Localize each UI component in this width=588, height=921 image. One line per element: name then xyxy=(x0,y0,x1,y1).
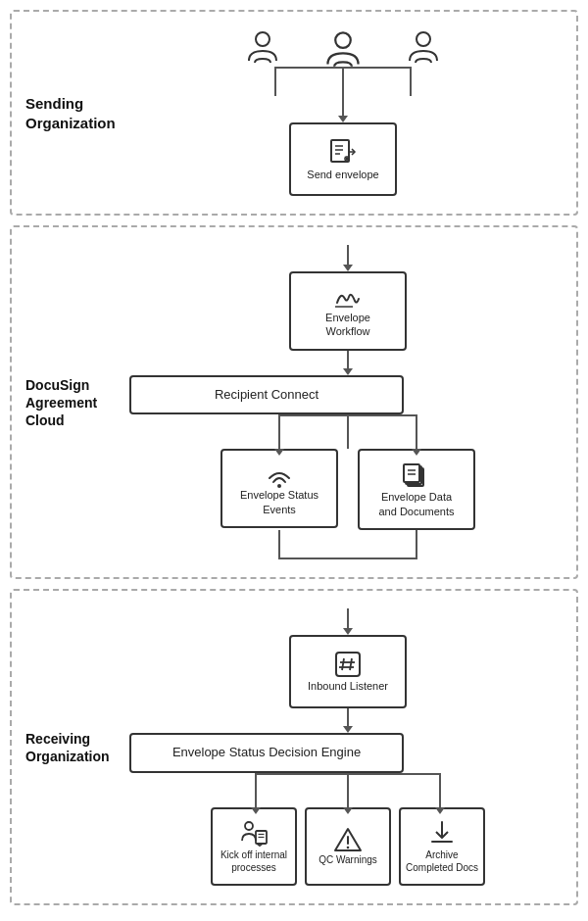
recipient-connect-wrapper: Recipient Connect xyxy=(129,375,566,415)
kick-off-label: Kick off internal processes xyxy=(220,848,287,874)
receiving-label: Receiving Organization xyxy=(25,729,110,764)
arrow-to-decision xyxy=(347,708,349,726)
docs-icon xyxy=(402,460,431,490)
svg-line-20 xyxy=(342,658,344,670)
decision-engine-wrapper: Envelope Status Decision Engine xyxy=(129,733,566,773)
kick-off-box: Kick off internal processes xyxy=(211,807,297,886)
send-envelope-label: Send envelope xyxy=(307,168,378,181)
workflow-box-wrapper: Envelope Workflow xyxy=(289,271,407,351)
archive-label: Archive Completed Docs xyxy=(406,848,478,874)
svg-point-2 xyxy=(416,32,430,46)
sending-section: Sending Organization xyxy=(10,10,578,216)
workflow-icon xyxy=(333,283,363,311)
user-right xyxy=(406,29,441,65)
decision-engine-label: Envelope Status Decision Engine xyxy=(172,745,361,761)
recipient-connect-box: Recipient Connect xyxy=(129,375,404,415)
receiving-content: Inbound Listener Envelope Status Decisio… xyxy=(129,608,566,886)
decision-engine-box: Envelope Status Decision Engine xyxy=(129,733,404,773)
user-icon-left xyxy=(245,29,280,65)
arrow-from-send xyxy=(347,245,349,265)
svg-point-31 xyxy=(347,847,350,849)
status-events-label: Envelope Status Events xyxy=(240,488,318,516)
archive-box: Archive Completed Docs xyxy=(399,807,485,886)
svg-rect-19 xyxy=(336,653,360,676)
workflow-label: Envelope Workflow xyxy=(325,311,370,339)
sending-label: Sending Organization xyxy=(25,94,114,132)
docusign-section: DocuSign Agreement Cloud Envelope Workfl… xyxy=(10,225,578,579)
svg-line-21 xyxy=(350,658,352,670)
sending-content: Send envelope xyxy=(120,29,566,196)
docusign-label: DocuSign Agreement Cloud xyxy=(25,375,97,429)
svg-point-1 xyxy=(335,32,351,48)
user-center xyxy=(323,29,363,69)
send-icon xyxy=(327,136,359,168)
inbound-listener-label: Inbound Listener xyxy=(308,679,388,693)
wifi-icon xyxy=(265,460,294,488)
svg-point-0 xyxy=(256,32,270,46)
arrow-to-send xyxy=(342,96,344,116)
arrow-to-inbound xyxy=(347,608,349,628)
merge-connector xyxy=(211,530,485,559)
qc-warnings-box: QC Warnings xyxy=(305,807,391,886)
triple-split-connector xyxy=(211,773,485,807)
inbound-listener-box: Inbound Listener xyxy=(289,635,407,708)
svg-point-24 xyxy=(245,822,253,830)
user-icon-right xyxy=(406,29,441,65)
data-docs-label: Envelope Data and Documents xyxy=(378,490,454,518)
diagram-container: Sending Organization xyxy=(10,10,578,915)
warning-icon xyxy=(333,826,363,853)
docusign-content: Envelope Workflow Recipient Connect xyxy=(129,245,566,559)
status-events-box: Envelope Status Events xyxy=(220,449,338,528)
split-connector xyxy=(211,414,485,449)
two-boxes-row: Envelope Status Events Envelope Data and… xyxy=(211,449,485,530)
inbound-listener-wrapper: Inbound Listener xyxy=(289,635,407,708)
download-icon xyxy=(428,819,456,847)
person-doc-icon xyxy=(240,819,268,847)
data-docs-box: Envelope Data and Documents xyxy=(358,449,475,530)
send-envelope: Send envelope xyxy=(289,122,397,196)
three-boxes-row: Kick off internal processes QC Warnings xyxy=(206,807,490,886)
qc-warnings-label: QC Warnings xyxy=(318,853,377,866)
svg-rect-16 xyxy=(404,464,419,482)
recipient-connect-label: Recipient Connect xyxy=(215,387,318,404)
users-connector xyxy=(255,67,431,96)
receiving-section: Receiving Organization Inbound L xyxy=(10,589,578,905)
user-icon-center xyxy=(323,29,363,69)
hash-icon xyxy=(333,650,363,679)
user-left xyxy=(245,29,280,65)
send-envelope-box: Send envelope xyxy=(289,122,397,196)
envelope-workflow-box: Envelope Workflow xyxy=(289,271,407,351)
arrow-to-recipient xyxy=(347,351,349,368)
